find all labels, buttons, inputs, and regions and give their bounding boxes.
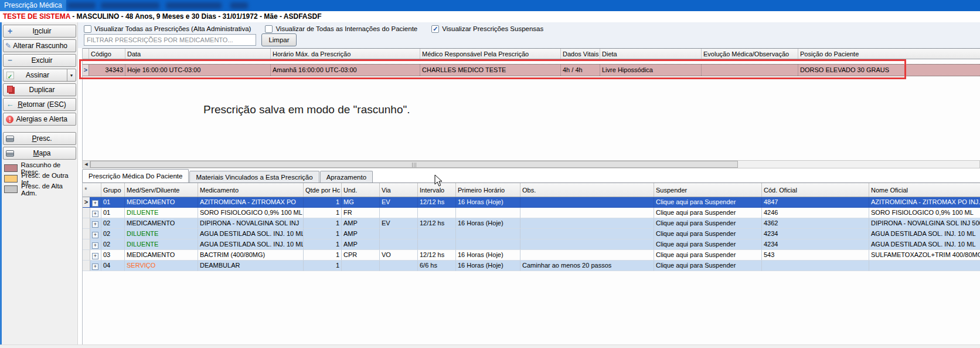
column-header-data[interactable]: Data <box>125 49 271 59</box>
column-header-medicamento[interactable]: Medicamento <box>198 183 304 197</box>
checkbox-box[interactable] <box>265 25 273 33</box>
sidebar-button-retornar-esc[interactable]: Retornar (ESC) <box>3 98 76 111</box>
column-header-medico-responsavel-pela-prescricao[interactable]: Médico Responsável Pela Prescrição <box>420 49 561 59</box>
expand-button[interactable]: + <box>92 221 98 228</box>
filter-input[interactable] <box>84 34 256 46</box>
clear-filter-button[interactable]: Limpar <box>261 33 297 46</box>
column-header-suspender[interactable]: Suspender <box>654 183 762 197</box>
sidebar-button-label: Alergias e Alerta <box>16 115 76 123</box>
dropdown-arrow-icon[interactable]: ▼ <box>67 69 76 81</box>
row-indicator-header-cell <box>83 49 89 59</box>
cell-primeiro-horario: 16 Horas (Hoje) <box>456 197 520 208</box>
sidebar-button-label: Excluir <box>16 56 76 65</box>
column-header-codigo[interactable]: Código <box>89 49 125 59</box>
cell-cod-oficial: 4362 <box>762 218 869 229</box>
checkbox-visualizar-de-todas-as-internacoes-do-paciente[interactable]: Visualizar de Todas as Internações do Pa… <box>265 25 417 33</box>
checkbox-box[interactable] <box>431 25 439 33</box>
column-header-via[interactable]: Via <box>380 183 418 197</box>
checkbox-label: Visualizar de Todas as Internações do Pa… <box>275 25 417 32</box>
column-header-evolucao-medica-observacao[interactable]: Evolução Médica/Observação <box>702 49 798 59</box>
cell-grupo: 03 <box>101 250 125 261</box>
column-header-posicao-do-paciente[interactable]: Posição do Paciente <box>798 49 980 59</box>
printer-icon <box>6 150 14 157</box>
cell-evolucao-medica-observacao <box>702 65 798 76</box>
sidebar-button-alterar-rascunho[interactable]: Alterar Rascunho <box>3 39 76 52</box>
cell-qtde-por-hc: 1 <box>304 229 342 239</box>
tab-prescricao-medica-do-paciente[interactable]: Prescrição Médica Do Paciente <box>82 169 189 183</box>
cell-primeiro-horario <box>456 208 520 218</box>
item-row-group-01[interactable]: >+01MEDICAMENTOAZITROMICINA - ZITROMAX P… <box>83 197 980 208</box>
cell-qtde-por-hc: 1 <box>304 239 342 250</box>
sidebar-button-duplicar[interactable]: Duplicar <box>3 83 76 96</box>
expand-button[interactable]: + <box>92 200 98 207</box>
cell-med-serv-diluente: DILUENTE <box>125 239 198 250</box>
column-header-dados-vitais[interactable]: Dados Vitais <box>561 49 600 59</box>
prescription-row-draft[interactable]: >34343Hoje 16:00:00 UTC-03:00Amanhã 16:0… <box>83 64 980 76</box>
item-row-group-01[interactable]: +01DILUENTESORO FISIOLOGICO 0,9% 100 ML1… <box>83 208 980 218</box>
item-row-group-03[interactable]: +03MEDICAMENTOBACTRIM (400/80MG)1CPRVO12… <box>83 250 980 261</box>
tab-materiais-vinculados-a-esta-prescricao[interactable]: Materiais Vinculados a Esta Prescrição <box>189 171 319 183</box>
legend-item-presc-de-alta-adm: Presc. de Alta Adm. <box>4 184 77 194</box>
cell-medicamento: AZITROMICINA - ZITROMAX PO <box>198 197 304 208</box>
prescriptions-empty-strip <box>83 59 980 64</box>
sidebar-button-excluir[interactable]: Excluir <box>3 54 76 67</box>
checkbox-visualizar-prescricoes-suspensas[interactable]: Visualizar Prescrições Suspensas <box>431 25 543 33</box>
checkbox-box[interactable] <box>84 25 91 33</box>
cell-suspender[interactable]: Clique aqui para Suspender <box>654 261 762 271</box>
cell-data: Hoje 16:00:00 UTC-03:00 <box>125 65 271 76</box>
item-row-group-02[interactable]: +02MEDICAMENTODIPIRONA - NOVALGINA SOL I… <box>83 218 980 229</box>
column-header-horario-max-da-prescricao[interactable]: Horário Máx. da Prescrição <box>271 49 420 59</box>
scroll-left-button[interactable]: ◀ <box>83 161 90 168</box>
column-header-und[interactable]: Und. <box>342 183 380 197</box>
row-indicator-cell <box>83 229 90 239</box>
expand-cell: + <box>90 208 101 218</box>
sidebar-button-incluir[interactable]: Incluir <box>3 25 76 38</box>
item-row-group-02[interactable]: +02DILUENTEAGUA DESTILADA SOL. INJ. 10 M… <box>83 239 980 250</box>
cell-suspender[interactable]: Clique aqui para Suspender <box>654 229 762 239</box>
column-header-med-serv-diluente[interactable]: Med/Serv/Diluente <box>125 183 198 197</box>
cell-und: AMP <box>342 239 380 250</box>
cell-suspender[interactable]: Clique aqui para Suspender <box>654 239 762 250</box>
expand-button[interactable]: + <box>92 211 98 217</box>
expand-cell: + <box>90 218 101 229</box>
expand-button[interactable]: + <box>92 253 98 259</box>
cell-qtde-por-hc: 1 <box>304 208 342 218</box>
cell-qtde-por-hc: 1 <box>304 197 342 208</box>
sidebar-button-presc[interactable]: Presc. <box>3 132 76 145</box>
column-header-dieta[interactable]: Dieta <box>600 49 702 59</box>
horizontal-scrollbar[interactable]: ◀ <box>82 160 980 168</box>
cell-intervalo: 12/12 hs <box>418 197 456 208</box>
item-row-group-04[interactable]: +04SERVIÇODEAMBULAR16/6 hs16 Horas (Hoje… <box>83 261 980 271</box>
sign-icon <box>6 72 14 79</box>
sidebar-button-mapa[interactable]: Mapa <box>3 147 76 160</box>
tab-aprazamento[interactable]: Aprazamento <box>320 171 373 183</box>
cell-suspender[interactable]: Clique aqui para Suspender <box>654 208 762 218</box>
cell-grupo: 02 <box>101 218 125 229</box>
sidebar-button-assinar[interactable]: Assinar▼ <box>3 69 76 82</box>
cell-medicamento: SORO FISIOLOGICO 0,9% 100 ML <box>198 208 304 218</box>
cell-suspender[interactable]: Clique aqui para Suspender <box>654 218 762 229</box>
cell-med-serv-diluente: SERVIÇO <box>125 261 198 271</box>
column-header-obs[interactable]: Obs. <box>520 183 654 197</box>
title-bar: Prescrição Médica <box>0 0 980 11</box>
expand-button[interactable]: + <box>92 232 98 238</box>
cell-suspender[interactable]: Clique aqui para Suspender <box>654 197 762 208</box>
column-header-cod-oficial[interactable]: Cód. Oficial <box>762 183 869 197</box>
checkbox-visualizar-todas-as-prescricoes-alta-administrativa[interactable]: Visualizar Todas as Prescrições (Alta Ad… <box>84 25 251 33</box>
scrollbar-thumb[interactable] <box>90 161 738 168</box>
item-row-group-02[interactable]: +02DILUENTEAGUA DESTILADA SOL. INJ. 10 M… <box>83 229 980 239</box>
sidebar-button-alergias-e-alerta[interactable]: Alergias e Alerta <box>3 113 76 126</box>
column-header-intervalo[interactable]: Intervalo <box>418 183 456 197</box>
column-header-primeiro-horario[interactable]: Primeiro Horário <box>456 183 520 197</box>
column-header-grupo[interactable]: Grupo▲ <box>101 183 125 197</box>
patient-name: TESTE DE SISTEMA <box>3 12 70 21</box>
cell-horario-max-da-prescricao: Amanhã 16:00:00 UTC-03:00 <box>271 65 420 76</box>
cell-suspender[interactable]: Clique aqui para Suspender <box>654 250 762 261</box>
column-header-qtde-por-hc[interactable]: Qtde por Hc <box>304 183 342 197</box>
cell-med-serv-diluente: DILUENTE <box>125 229 198 239</box>
column-header-nome-oficial[interactable]: Nome Oficial <box>869 183 980 197</box>
expand-button[interactable]: + <box>92 263 98 270</box>
cell-grupo: 01 <box>101 197 125 208</box>
expand-button[interactable]: + <box>92 242 98 249</box>
expand-cell: + <box>90 229 101 239</box>
